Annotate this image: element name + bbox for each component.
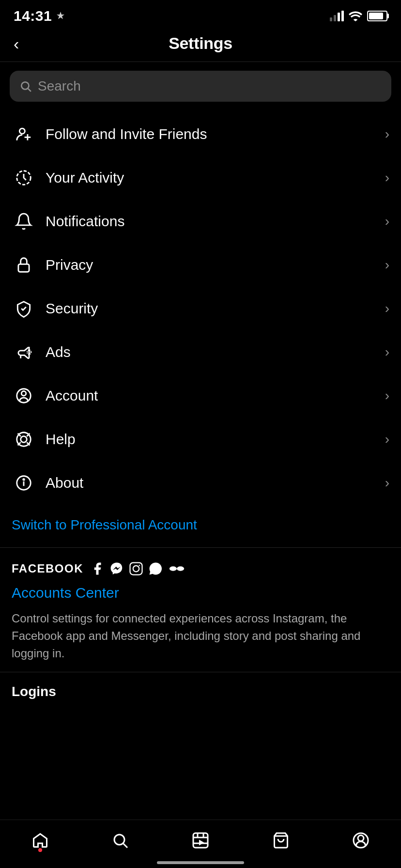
chevron-right-icon: › xyxy=(385,388,389,403)
svg-line-1 xyxy=(28,89,31,92)
status-icons xyxy=(330,11,387,21)
chevron-right-icon: › xyxy=(385,257,389,273)
menu-item-ads[interactable]: Ads › xyxy=(0,330,401,374)
svg-marker-31 xyxy=(199,839,204,845)
facebook-header: FACEBOOK xyxy=(12,561,389,576)
chevron-right-icon: › xyxy=(385,301,389,316)
svg-rect-6 xyxy=(18,264,29,272)
header: ‹ Settings xyxy=(0,29,401,62)
svg-point-34 xyxy=(358,835,364,841)
shield-icon xyxy=(12,296,36,321)
menu-item-about[interactable]: About › xyxy=(0,461,401,505)
accounts-center-link[interactable]: Accounts Center xyxy=(12,585,389,601)
menu-label-notifications: Notifications xyxy=(46,213,385,230)
svg-point-22 xyxy=(170,566,177,571)
battery-icon xyxy=(367,11,387,21)
chevron-right-icon: › xyxy=(385,344,389,360)
svg-line-25 xyxy=(123,843,127,847)
facebook-label: FACEBOOK xyxy=(12,562,83,575)
lock-icon xyxy=(12,253,36,277)
menu-item-security[interactable]: Security › xyxy=(0,287,401,330)
home-indicator xyxy=(157,861,244,864)
chevron-right-icon: › xyxy=(385,432,389,447)
switch-professional-container: Switch to Professional Account xyxy=(0,509,401,547)
status-bar: 14:31 xyxy=(0,0,401,29)
menu-label-about: About xyxy=(46,475,385,491)
chevron-right-icon: › xyxy=(385,126,389,142)
search-placeholder: Search xyxy=(38,78,81,94)
chevron-right-icon: › xyxy=(385,475,389,491)
facebook-description: Control settings for connected experienc… xyxy=(12,610,389,662)
reels-icon xyxy=(192,832,209,849)
nav-reels[interactable] xyxy=(181,832,220,849)
switch-professional-link[interactable]: Switch to Professional Account xyxy=(12,517,197,532)
svg-point-24 xyxy=(114,835,124,845)
page-title: Settings xyxy=(169,34,232,53)
search-container: Search xyxy=(0,62,401,108)
nav-shop[interactable] xyxy=(262,832,300,849)
back-button[interactable]: ‹ xyxy=(14,35,19,52)
menu-label-your-activity: Your Activity xyxy=(46,170,385,186)
logins-title: Logins xyxy=(12,684,56,699)
wifi-icon xyxy=(349,11,362,21)
chevron-right-icon: › xyxy=(385,214,389,229)
menu-label-security: Security xyxy=(46,300,385,317)
messenger-icon xyxy=(109,561,124,576)
account-icon xyxy=(12,384,36,408)
instagram-icon xyxy=(129,561,143,576)
meta-icon xyxy=(168,561,186,576)
svg-point-0 xyxy=(21,82,29,89)
logins-section: Logins xyxy=(0,672,401,699)
nav-profile[interactable] xyxy=(341,832,380,849)
whatsapp-icon xyxy=(148,561,163,576)
menu-item-privacy[interactable]: Privacy › xyxy=(0,243,401,287)
menu-item-help[interactable]: Help › xyxy=(0,418,401,461)
shop-icon xyxy=(272,832,290,849)
svg-point-11 xyxy=(21,436,27,443)
facebook-icon xyxy=(90,561,105,576)
facebook-section: FACEBOOK xyxy=(0,547,401,672)
search-icon xyxy=(19,80,32,93)
menu-label-privacy: Privacy xyxy=(46,257,385,273)
signal-icon xyxy=(330,11,344,21)
info-icon xyxy=(12,471,36,495)
follow-icon xyxy=(12,122,36,146)
menu-label-help: Help xyxy=(46,431,385,448)
svg-rect-26 xyxy=(193,833,208,848)
svg-point-18 xyxy=(23,479,25,480)
svg-rect-19 xyxy=(130,563,142,575)
profile-icon xyxy=(352,832,370,849)
menu-label-follow-invite: Follow and Invite Friends xyxy=(46,126,385,142)
location-icon xyxy=(56,11,65,21)
menu-item-your-activity[interactable]: Your Activity › xyxy=(0,156,401,200)
menu-item-notifications[interactable]: Notifications › xyxy=(0,200,401,243)
nav-search[interactable] xyxy=(101,832,139,849)
menu-list: Follow and Invite Friends › Your Activit… xyxy=(0,108,401,509)
search-bar[interactable]: Search xyxy=(10,71,391,102)
svg-point-2 xyxy=(19,128,25,134)
bottom-nav xyxy=(0,820,401,868)
nav-home[interactable] xyxy=(21,832,60,849)
chevron-right-icon: › xyxy=(385,170,389,186)
svg-point-21 xyxy=(139,565,140,566)
status-time: 14:31 xyxy=(14,8,52,24)
help-icon xyxy=(12,427,36,451)
bell-icon xyxy=(12,209,36,233)
menu-label-account: Account xyxy=(46,388,385,404)
menu-item-follow-invite[interactable]: Follow and Invite Friends › xyxy=(0,112,401,156)
nav-dot xyxy=(38,848,42,852)
activity-icon xyxy=(12,166,36,190)
megaphone-icon xyxy=(12,340,36,364)
menu-item-account[interactable]: Account › xyxy=(0,374,401,418)
home-icon xyxy=(31,832,49,849)
svg-point-23 xyxy=(177,566,184,571)
facebook-app-icons xyxy=(90,561,186,576)
menu-label-ads: Ads xyxy=(46,344,385,360)
search-nav-icon xyxy=(111,832,129,849)
svg-point-20 xyxy=(133,566,139,572)
svg-point-9 xyxy=(21,391,26,396)
